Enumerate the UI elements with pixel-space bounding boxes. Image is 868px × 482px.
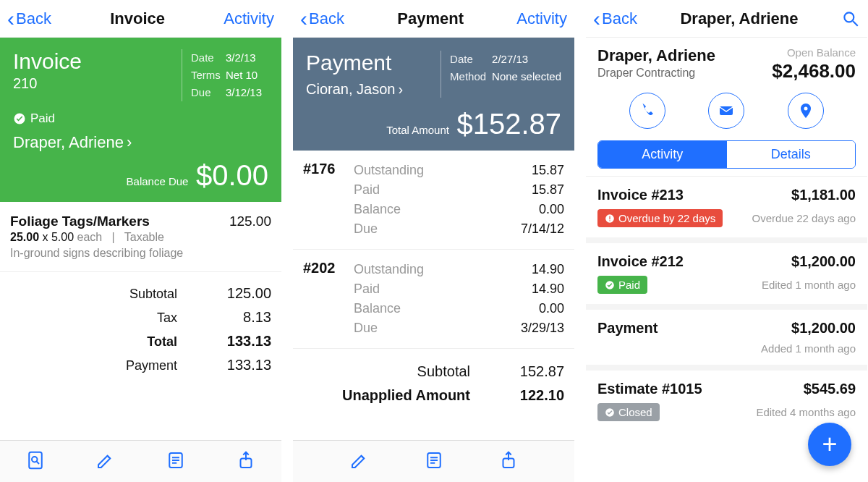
share-icon [498,449,519,471]
due-value: 3/12/13 [226,86,262,98]
balance-label: Balance [354,200,401,219]
balance-label: Balance [354,299,401,318]
subtotal-value: 125.00 [206,285,271,302]
check-circle-icon [13,112,26,125]
pencil-icon [95,449,116,471]
map-button[interactable] [788,93,824,129]
each-label: each [77,231,103,243]
activity-list: Invoice #213$1,181.00 Overdue by 22 days… [586,176,867,431]
navbar: ‹ Back Payment Activity [293,0,574,38]
paid-status: Paid [13,111,268,126]
payment-entry[interactable]: #202 Outstanding14.90 Paid14.90 Balance0… [293,250,574,349]
payment-value: 133.13 [206,357,271,373]
toolbar [0,440,281,482]
date-label: Date [191,49,226,67]
tab-activity[interactable]: Activity [598,141,727,168]
entry-id: #202 [303,260,354,338]
entry-id: #176 [303,161,354,239]
edit-button[interactable] [95,449,116,474]
sep: | [112,231,115,243]
screen-payment: ‹ Back Payment Activity Payment Cioran, … [293,0,574,482]
activity-title: Invoice #212 [597,253,684,270]
status-badge: Closed [597,403,660,421]
payment-entry[interactable]: #176 Outstanding15.87 Paid15.87 Balance0… [293,151,574,250]
line-item[interactable]: Foliage Tags/Markers 125.00 25.00 x 5.00… [0,202,281,272]
screen-invoice: ‹ Back Invoice Activity Invoice 210 Date… [0,0,281,482]
activity-button[interactable]: Activity [224,9,274,28]
activity-item[interactable]: Estimate #1015$545.69 Closed Edited 4 mo… [586,365,867,431]
activity-item[interactable]: Invoice #212$1,200.00 Paid Edited 1 mont… [586,237,867,304]
due-label: Due [354,219,378,239]
activity-amount: $1,200.00 [791,320,856,337]
line-item-rate: 5.00 [51,231,74,243]
terms-label: Terms [191,67,226,84]
card-title: Payment [306,51,441,75]
back-button[interactable]: ‹ Back [593,8,637,30]
activity-item[interactable]: Payment$1,200.00 Added 1 month ago [586,304,867,365]
share-button[interactable] [235,449,257,474]
page-title: Invoice [51,9,224,28]
badge-text: Paid [618,279,640,291]
svg-line-15 [853,21,858,26]
back-button[interactable]: ‹ Back [300,8,344,30]
customer-link[interactable]: Cioran, Jason › [306,81,441,98]
payment-label: Payment [90,358,177,373]
subtotal-value: 152.87 [499,363,564,380]
due-label: Due [354,318,378,338]
preview-button[interactable] [25,449,46,474]
search-icon [841,9,860,28]
activity-label: Activity [516,9,567,28]
line-item-qty: 25.00 [10,231,39,243]
activity-button[interactable]: Activity [516,9,567,28]
email-button[interactable] [708,93,744,129]
card-title: Invoice [13,49,182,74]
activity-amount: $545.69 [804,381,856,397]
back-button[interactable]: ‹ Back [7,8,51,30]
tab-details[interactable]: Details [727,141,856,168]
call-button[interactable] [629,93,665,129]
contact-header: Draper, Adriene Draper Contracting Open … [586,38,867,83]
activity-item[interactable]: Invoice #213$1,181.00 Overdue by 22 days… [586,176,867,237]
chevron-right-icon: › [398,81,403,98]
page-title: Payment [344,9,516,28]
customer-name: Cioran, Jason [306,81,395,98]
due-value: 3/29/13 [521,318,564,338]
unapplied-label: Unapplied Amount [340,387,470,404]
method-value: None selected [492,70,561,83]
unapplied-value: 122.10 [499,387,564,404]
navbar: ‹ Back Draper, Adriene [586,0,867,38]
balance-value: 0.00 [539,299,564,318]
activity-title: Estimate #1015 [597,381,702,397]
activity-sub: Edited 1 month ago [762,279,856,291]
total-label: Total [90,334,177,350]
add-button[interactable]: + [808,423,851,466]
outstanding-label: Outstanding [354,161,424,180]
badge-text: Overdue by 22 days [618,212,715,224]
notes-button[interactable] [423,449,445,474]
page-search-icon [25,449,46,471]
badge-text: Closed [618,406,652,418]
due-label: Due [191,84,226,101]
activity-amount: $1,181.00 [791,187,856,203]
contact-name: Draper, Adriene [597,46,715,65]
customer-link[interactable]: Draper, Adriene › [13,133,268,152]
paid-label: Paid [30,111,55,126]
taxable-label: Taxable [124,231,164,243]
contact-company: Draper Contracting [597,67,715,80]
search-button[interactable] [841,9,860,28]
invoice-summary-card: Invoice 210 Date3/2/13 TermsNet 10 Due3/… [0,38,281,202]
activity-label: Activity [224,9,274,28]
payment-meta: Date2/27/13 MethodNone selected [441,51,561,98]
share-button[interactable] [498,449,519,474]
open-balance-value: $2,468.00 [772,60,856,83]
svg-rect-20 [609,220,610,221]
outstanding-value: 14.90 [532,260,564,279]
status-badge: Overdue by 22 days [597,209,723,227]
notes-button[interactable] [165,449,187,474]
totals: Subtotal125.00 Tax8.13 Total133.13 Payme… [0,272,281,381]
outstanding-label: Outstanding [354,260,424,279]
chevron-left-icon: ‹ [593,8,600,30]
date-label: Date [450,51,492,68]
activity-sub: Edited 4 months ago [756,406,856,418]
edit-button[interactable] [349,449,370,474]
